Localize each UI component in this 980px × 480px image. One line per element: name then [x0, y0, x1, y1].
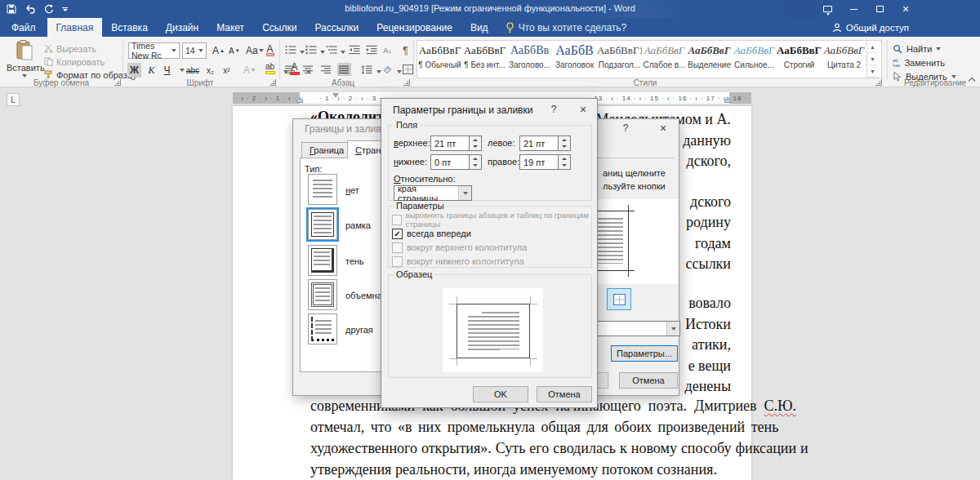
always-in-front-checkbox[interactable]: ✓ всегда впереди [392, 228, 471, 239]
border-type-shadow[interactable] [308, 245, 337, 276]
styles-gallery-scroll: ▲ ▼ ▼ [866, 41, 878, 78]
align-left-button[interactable] [283, 63, 297, 76]
tab-mailings[interactable]: Рассылки [305, 18, 368, 37]
find-button[interactable]: Найти [893, 42, 941, 56]
grow-font-button[interactable]: А▲ [211, 43, 226, 58]
clipboard-dialog-launcher[interactable] [114, 79, 121, 86]
ribbon-display-options-icon[interactable] [814, 0, 840, 18]
style-subtitle[interactable]: АаБбВвГ1 Подзагол... [597, 41, 642, 78]
ok-button[interactable]: OK [473, 386, 528, 402]
styles-more-icon[interactable]: ▼ [867, 65, 878, 78]
tab-view[interactable]: Вид [461, 18, 497, 37]
superscript-button[interactable]: x² [220, 63, 234, 78]
underline-caret-icon[interactable] [180, 69, 185, 72]
strikethrough-button[interactable]: abc [185, 63, 201, 78]
collapse-ribbon-icon[interactable] [968, 77, 976, 82]
top-margin-stepper[interactable] [470, 136, 482, 151]
style-heading1[interactable]: АаБбВв Заголово... [507, 41, 552, 78]
left-margin-field[interactable]: 21 пт [519, 136, 559, 151]
right-margin-label: правое: [488, 157, 519, 167]
tab-review[interactable]: Рецензирование [368, 18, 461, 37]
minimize-icon[interactable] [840, 0, 866, 18]
close-icon[interactable]: × [571, 100, 595, 118]
style-no-spacing[interactable]: АаБбВвГ ¶ Без инт... [462, 41, 507, 78]
top-margin-field[interactable]: 21 пт [430, 136, 470, 151]
increase-indent-button[interactable] [364, 43, 378, 56]
help-icon[interactable]: ? [541, 100, 566, 118]
font-family-combobox[interactable]: Times New Rc [128, 42, 180, 59]
restore-icon[interactable] [866, 0, 893, 18]
font-dialog-launcher[interactable] [270, 79, 276, 86]
text-effects-button: А [242, 63, 257, 78]
decrease-indent-button[interactable] [347, 43, 361, 56]
border-type-box[interactable] [308, 209, 337, 240]
tab-design[interactable]: Дизайн [157, 18, 207, 37]
shrink-font-button[interactable]: А▼ [227, 43, 242, 58]
font-size-combobox[interactable]: 14 [182, 42, 207, 59]
tab-stop-selector[interactable]: L [7, 93, 20, 106]
options-button[interactable]: Параметры... [611, 345, 678, 362]
tab-border[interactable]: Граница [301, 142, 352, 158]
cancel-button[interactable]: Отмена [619, 372, 678, 389]
clear-formatting-letter: А [266, 45, 273, 53]
paste-button[interactable]: Вставить [7, 40, 42, 78]
style-emphasis[interactable]: АаБбВвГ Выделение [687, 41, 732, 78]
bottom-margin-field[interactable]: 0 пт [430, 154, 470, 170]
italic-button[interactable]: К [145, 63, 158, 78]
replace-button[interactable]: abчас Заменить [893, 56, 945, 69]
style-subtle-emphasis[interactable]: АаБбВвГ Слабое в... [642, 41, 687, 78]
sort-button[interactable]: А↓ [381, 43, 394, 58]
change-case-button[interactable]: Aa [244, 43, 265, 58]
border-options-dialog: Параметры границы и заливки ? × Поля вер… [381, 98, 598, 408]
border-type-none-label: нет [345, 185, 359, 195]
tab-references[interactable]: Ссылки [253, 18, 305, 37]
style-intense-emphasis[interactable]: АаБбВвГ Сильное... [732, 41, 777, 78]
help-icon[interactable]: ? [613, 119, 638, 137]
clear-formatting-button[interactable]: А [263, 43, 277, 58]
justify-button[interactable] [337, 63, 351, 76]
checkbox-icon [392, 215, 402, 225]
tab-home[interactable]: Главная [47, 18, 103, 37]
border-type-none[interactable] [308, 174, 337, 205]
bottom-margin-stepper[interactable] [470, 154, 482, 170]
tell-me-box[interactable]: Что вы хотите сделать? [497, 18, 635, 37]
paragraph-dialog-launcher[interactable] [403, 79, 410, 86]
cut-label: Вырезать [56, 44, 96, 54]
tab-insert[interactable]: Вставка [102, 18, 157, 37]
relative-to-combobox[interactable]: края страницы [394, 185, 472, 201]
styles-dialog-launcher[interactable] [875, 79, 882, 86]
align-right-button[interactable] [319, 63, 333, 76]
cancel-button[interactable]: Отмена [537, 386, 592, 402]
style-heading[interactable]: АаБбВ Заголовок [552, 41, 597, 78]
checkbox-icon [392, 256, 403, 267]
subscript-button[interactable]: x₂ [203, 63, 217, 78]
border-type-custom[interactable] [308, 313, 337, 344]
right-margin-stepper[interactable] [559, 154, 571, 170]
first-line-indent-marker[interactable] [332, 93, 339, 98]
tab-file[interactable]: Файл [0, 18, 47, 37]
copy-label: Копировать [56, 57, 105, 67]
close-icon[interactable]: × [651, 119, 675, 137]
underline-button[interactable]: Ч [160, 63, 174, 78]
styles-scroll-up-icon[interactable]: ▲ [867, 41, 878, 53]
change-case-label: Aa [246, 45, 258, 56]
border-type-3d[interactable] [308, 279, 337, 310]
right-margin-field[interactable]: 19 пт [519, 154, 559, 170]
align-center-button[interactable] [301, 63, 315, 76]
tab-layout[interactable]: Макет [207, 18, 253, 37]
style-quote2[interactable]: АаБбВвГ Цитата 2 [822, 41, 866, 78]
border-toggle-button[interactable] [607, 288, 631, 310]
close-icon[interactable]: × [893, 0, 919, 18]
left-margin-stepper[interactable] [559, 136, 571, 151]
left-indent-marker[interactable] [296, 100, 303, 103]
show-marks-button[interactable]: ¶ [399, 43, 412, 58]
multilevel-caret-icon[interactable] [341, 51, 345, 54]
style-normal[interactable]: АаБбВвГ ¶ Обычный [417, 41, 462, 78]
right-indent-marker[interactable] [724, 100, 731, 103]
styles-scroll-down-icon[interactable]: ▼ [867, 53, 878, 65]
relative-to-label: Относительно: [394, 174, 456, 184]
share-button[interactable]: Общий доступ [832, 18, 909, 37]
style-strong[interactable]: АаБбВвГ Строгий [777, 41, 822, 78]
highlight-button[interactable]: ab [263, 61, 277, 76]
bold-button[interactable]: Ж [127, 63, 141, 78]
